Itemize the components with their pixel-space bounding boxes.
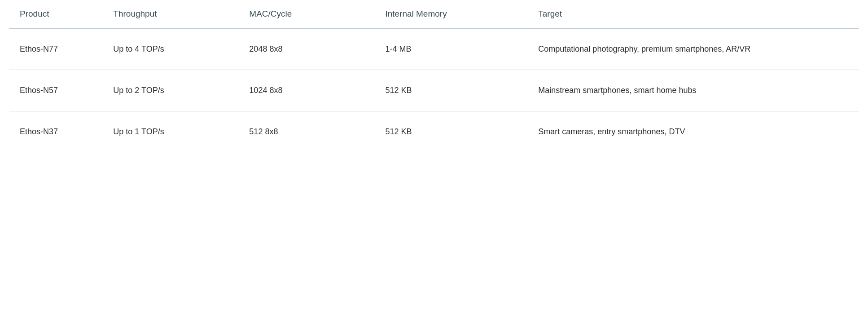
cell-target-1: Mainstream smartphones, smart home hubs: [527, 70, 859, 111]
cell-memory-0: 1-4 MB: [374, 28, 527, 70]
header-mac-cycle: MAC/Cycle: [238, 0, 374, 28]
cell-memory-1: 512 KB: [374, 70, 527, 111]
cell-throughput-1: Up to 2 TOP/s: [102, 70, 238, 111]
cell-target-2: Smart cameras, entry smartphones, DTV: [527, 111, 859, 153]
cell-product-1: Ethos-N57: [9, 70, 102, 111]
cell-memory-2: 512 KB: [374, 111, 527, 153]
table-header-row: Product Throughput MAC/Cycle Internal Me…: [9, 0, 859, 28]
table-row: Ethos-N77 Up to 4 TOP/s 2048 8x8 1-4 MB …: [9, 28, 859, 70]
cell-product-2: Ethos-N37: [9, 111, 102, 153]
header-internal-memory: Internal Memory: [374, 0, 527, 28]
header-throughput: Throughput: [102, 0, 238, 28]
cell-mac-0: 2048 8x8: [238, 28, 374, 70]
cell-throughput-2: Up to 1 TOP/s: [102, 111, 238, 153]
table-row: Ethos-N57 Up to 2 TOP/s 1024 8x8 512 KB …: [9, 70, 859, 111]
table-row: Ethos-N37 Up to 1 TOP/s 512 8x8 512 KB S…: [9, 111, 859, 153]
comparison-table-container: Product Throughput MAC/Cycle Internal Me…: [0, 0, 868, 152]
header-target: Target: [527, 0, 859, 28]
cell-product-0: Ethos-N77: [9, 28, 102, 70]
comparison-table: Product Throughput MAC/Cycle Internal Me…: [9, 0, 859, 152]
cell-throughput-0: Up to 4 TOP/s: [102, 28, 238, 70]
cell-mac-1: 1024 8x8: [238, 70, 374, 111]
header-product: Product: [9, 0, 102, 28]
cell-target-0: Computational photography, premium smart…: [527, 28, 859, 70]
cell-mac-2: 512 8x8: [238, 111, 374, 153]
